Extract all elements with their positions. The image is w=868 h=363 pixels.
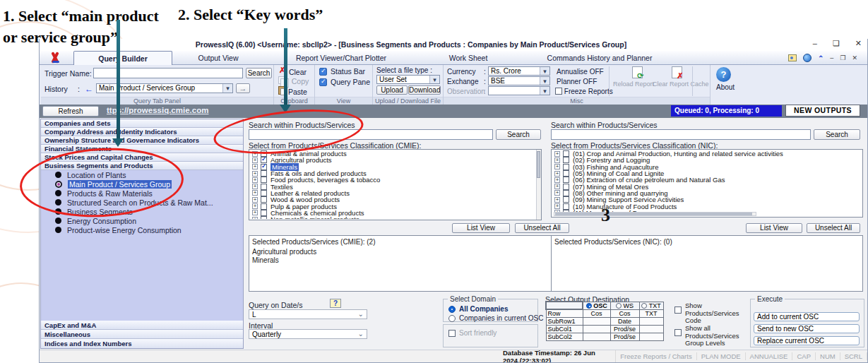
currency-dropdown[interactable]: Rs. Crore xyxy=(488,66,550,76)
sidebar-item-miscellaneous[interactable]: Miscellaneous xyxy=(41,330,243,339)
table-cell[interactable] xyxy=(583,326,610,333)
query-date-dropdown[interactable]: L xyxy=(249,309,367,319)
checkbox[interactable] xyxy=(261,170,267,177)
interval-dropdown[interactable]: Quarterly xyxy=(249,329,367,339)
download-button[interactable]: Download xyxy=(408,85,441,95)
radio-ws[interactable]: WS xyxy=(610,302,639,309)
expand-icon[interactable] xyxy=(554,197,560,203)
history-back-icon[interactable]: ← xyxy=(85,84,93,94)
checkbox[interactable] xyxy=(261,184,267,190)
about-button[interactable]: About xyxy=(716,67,735,91)
mdi-minimize-icon[interactable]: – xyxy=(830,54,833,61)
new-outputs-button[interactable]: NEW OUTPUTS xyxy=(785,105,860,117)
tab-output-view[interactable]: Output View xyxy=(172,51,264,65)
expand-icon[interactable] xyxy=(252,217,258,219)
expand-icon[interactable] xyxy=(554,177,560,183)
horizontal-scrollbar[interactable] xyxy=(554,212,756,216)
close-icon[interactable] xyxy=(855,39,862,48)
cmie-unselect-all-button[interactable]: Unselect All xyxy=(515,223,569,233)
expand-icon[interactable] xyxy=(554,190,560,196)
help-icon[interactable] xyxy=(330,299,341,308)
show-code-checkbox[interactable]: Show Products/Services Code xyxy=(674,302,745,325)
expand-icon[interactable] xyxy=(554,157,560,163)
table-cell[interactable]: Prod/se xyxy=(610,333,639,341)
checkbox[interactable] xyxy=(261,203,267,210)
tab-work-sheet[interactable]: Work Sheet xyxy=(418,51,518,65)
checkbox[interactable] xyxy=(261,216,267,219)
checkbox[interactable] xyxy=(563,190,569,196)
tab-query-builder[interactable]: Query Builder xyxy=(73,51,172,65)
cmie-search-button[interactable]: Search xyxy=(496,129,541,140)
checkbox[interactable] xyxy=(563,150,569,157)
refresh-button[interactable]: Refresh xyxy=(42,106,99,117)
sidebar-item-companies-and-sets[interactable]: Companies and Sets xyxy=(41,119,243,128)
expand-icon[interactable] xyxy=(252,184,258,189)
expand-icon[interactable] xyxy=(252,197,258,203)
table-cell[interactable]: Date xyxy=(610,318,639,326)
expand-icon[interactable] xyxy=(252,210,258,215)
checkbox[interactable] xyxy=(563,157,569,163)
prowessiq-url-link[interactable]: ttps://prowessiq.cmie.com xyxy=(107,106,208,114)
radio-all-companies[interactable]: All Companies xyxy=(448,305,508,313)
expand-icon[interactable] xyxy=(252,164,258,169)
copy-button[interactable]: Copy xyxy=(278,76,309,85)
checkbox[interactable] xyxy=(563,177,569,183)
checkbox[interactable] xyxy=(563,203,569,210)
radio-osc[interactable]: OSC xyxy=(583,302,610,309)
globe-icon[interactable] xyxy=(803,54,811,62)
trigger-search-button[interactable]: Search xyxy=(246,68,272,78)
clear-button[interactable]: Clear xyxy=(278,66,307,76)
checkbox[interactable] xyxy=(563,164,569,170)
vertical-scrollbar[interactable] xyxy=(536,150,541,220)
table-cell[interactable] xyxy=(583,333,610,341)
send-to-new-osc-button[interactable]: Send to new OSC xyxy=(754,324,860,333)
cmie-list-view-button[interactable]: List View xyxy=(452,223,510,233)
expand-icon[interactable] xyxy=(252,157,258,163)
table-cell[interactable] xyxy=(583,318,610,326)
file-type-dropdown[interactable]: User Set xyxy=(376,75,440,84)
sidebar-item-ownership-structure[interactable]: Ownership Structure and Governance Indic… xyxy=(41,136,243,145)
table-cell[interactable]: Cos xyxy=(583,309,610,318)
sidebar-item-company-address[interactable]: Company Address and Identity Indicators xyxy=(41,128,243,136)
history-forward-button[interactable]: → xyxy=(236,83,250,93)
expand-icon[interactable] xyxy=(252,203,258,209)
radio-companies-current-osc[interactable]: Companies in current OSC xyxy=(448,314,544,322)
image-icon[interactable] xyxy=(788,54,797,61)
paste-button[interactable]: Paste xyxy=(278,86,307,96)
query-pane-checkbox[interactable]: Query Pane xyxy=(319,78,370,86)
sidebar-subitem-productwise-energy[interactable]: Product-wise Energy Consumption xyxy=(41,225,243,234)
status-bar-checkbox[interactable]: Status Bar xyxy=(319,67,365,76)
upload-button[interactable]: Upload xyxy=(376,85,408,95)
sidebar-item-capex-ma[interactable]: CapEx and M&A xyxy=(41,321,243,330)
expand-icon[interactable] xyxy=(252,190,258,196)
nic-list-view-button[interactable]: List View xyxy=(746,223,802,233)
checkbox[interactable] xyxy=(563,196,569,203)
reload-report-button[interactable]: Reload Report xyxy=(613,66,651,88)
radio-txt[interactable]: TXT xyxy=(639,302,663,309)
checkbox[interactable] xyxy=(261,196,267,203)
checkbox[interactable] xyxy=(261,190,267,196)
nic-search-input[interactable] xyxy=(551,129,811,140)
tab-commands-history[interactable]: Commands History and Planner xyxy=(518,51,681,65)
expand-icon[interactable] xyxy=(554,151,560,157)
table-cell[interactable] xyxy=(639,333,663,341)
tree-item[interactable]: Non-metallic mineral products xyxy=(251,216,535,219)
checkbox[interactable] xyxy=(261,164,267,170)
table-cell[interactable] xyxy=(639,318,663,326)
expand-icon[interactable] xyxy=(554,184,560,189)
observation-dropdown[interactable] xyxy=(488,86,550,95)
clear-report-cache-button[interactable]: Clear Report Cache xyxy=(653,66,691,88)
sidebar-subitem-energy-consumption[interactable]: Energy Consumption xyxy=(41,216,243,225)
expand-icon[interactable] xyxy=(252,177,258,183)
checkbox[interactable] xyxy=(563,170,569,177)
tree-item[interactable]: Food products, beverages & tobacco xyxy=(251,177,535,183)
mdi-restore-icon[interactable]: ❐ xyxy=(840,54,845,61)
checkbox[interactable] xyxy=(563,184,569,190)
sort-friendly-checkbox[interactable]: Sort friendly xyxy=(448,329,497,337)
table-cell[interactable] xyxy=(639,326,663,333)
expand-icon[interactable] xyxy=(554,203,560,209)
mdi-close-icon[interactable]: ✕ xyxy=(852,54,857,61)
minimize-icon[interactable] xyxy=(813,39,817,48)
add-to-current-osc-button[interactable]: Add to current OSC xyxy=(754,312,860,321)
replace-current-osc-button[interactable]: Replace current OSC xyxy=(754,336,860,345)
